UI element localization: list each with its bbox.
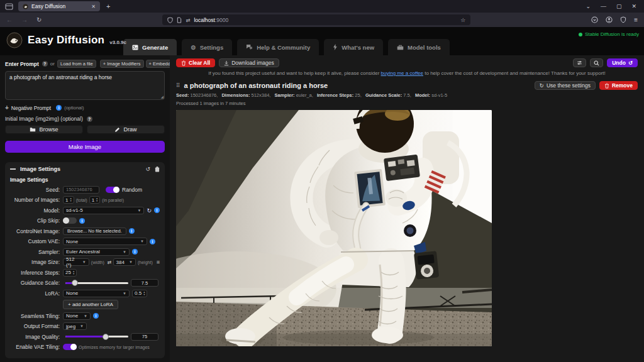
lora-weight-stepper[interactable]: 0.5▴▾: [132, 290, 147, 297]
buy-coffee-link[interactable]: buying me a coffee: [381, 70, 423, 76]
height-select[interactable]: 384▼: [113, 258, 136, 266]
undo-button[interactable]: Undo ↺: [607, 58, 638, 67]
badge-icon[interactable]: [591, 16, 598, 23]
vae-tiling-toggle[interactable]: [63, 344, 77, 350]
seed-input[interactable]: [63, 186, 99, 194]
model-select[interactable]: sd-v1-5▼: [63, 207, 144, 214]
shield-icon[interactable]: [167, 17, 173, 23]
slider-handle[interactable]: [103, 334, 109, 340]
account-icon[interactable]: [606, 16, 613, 23]
list-tabs-icon[interactable]: ⌄: [586, 3, 591, 9]
guidance-scale-row: Guidance Scale: 7.5: [10, 279, 160, 287]
vae-tiling-label: Enable VAE Tiling:: [10, 344, 63, 350]
browse-button[interactable]: Browse: [5, 125, 83, 134]
extensions-icon[interactable]: [620, 16, 626, 23]
slider-handle[interactable]: [72, 280, 78, 286]
negative-prompt-label[interactable]: Negative Prompt: [11, 105, 51, 111]
draw-button[interactable]: Draw: [87, 125, 165, 134]
tab-generate[interactable]: Generate: [123, 39, 177, 55]
app-tabs: Generate ⚙ Settings Help & Community Wha…: [123, 39, 450, 55]
menu-icon[interactable]: ≡: [634, 16, 638, 23]
initial-image-help-icon[interactable]: ?: [87, 116, 92, 122]
seamless-tiling-info-icon[interactable]: i: [93, 313, 99, 319]
refresh-models-icon[interactable]: ↻: [147, 207, 152, 214]
search-button[interactable]: [590, 58, 603, 67]
clipboard-icon[interactable]: [155, 167, 160, 172]
swap-dimensions-icon[interactable]: ⇄: [108, 260, 112, 265]
aspect-ratio-icon[interactable]: ≡: [157, 259, 160, 265]
image-quality-label: Image Quality:: [10, 334, 63, 340]
random-seed-toggle[interactable]: [106, 187, 119, 193]
tab-help-community[interactable]: Help & Community: [237, 39, 319, 55]
prompt-input[interactable]: a photograph of an astronaut riding a ho…: [5, 71, 165, 100]
width-select[interactable]: 512 (*)▼: [63, 258, 89, 266]
stepper-arrows-icon[interactable]: ▴▾: [143, 291, 145, 296]
expand-plus-icon[interactable]: +: [5, 104, 9, 111]
resize-grip-icon[interactable]: ◢: [160, 94, 164, 99]
stepper-arrows-icon[interactable]: ▴▾: [73, 270, 74, 275]
page-info-icon[interactable]: [177, 17, 182, 23]
image-quality-value[interactable]: 75: [131, 333, 158, 341]
image-settings-title: Image Settings: [20, 166, 60, 172]
controlnet-info-icon[interactable]: i: [129, 228, 135, 234]
add-lora-button[interactable]: + add another LoRA: [63, 300, 118, 309]
parallel-hint: (in parallel): [102, 198, 124, 202]
tab-whats-new[interactable]: What's new: [324, 39, 383, 55]
drag-handle-icon[interactable]: ⠿: [176, 82, 180, 89]
reuse-settings-icon: ↻: [540, 82, 544, 89]
output-format-select[interactable]: jpeg▼: [63, 322, 87, 330]
stepper-arrows-icon[interactable]: ▴▾: [70, 197, 71, 202]
clear-all-button[interactable]: Clear All: [176, 58, 215, 67]
seed-row: Seed: Random: [10, 186, 160, 194]
generated-image[interactable]: [176, 110, 492, 346]
meta-guidance-value: 7.5,: [403, 92, 411, 98]
guidance-scale-value[interactable]: 7.5: [131, 279, 158, 287]
bookmark-star-icon[interactable]: ☆: [460, 17, 465, 23]
use-these-settings-button[interactable]: ↻ Use these settings: [535, 81, 596, 90]
make-image-button[interactable]: Make Image: [5, 141, 165, 153]
prompt-help-icon[interactable]: ?: [42, 61, 48, 67]
inference-steps-stepper[interactable]: 25▴▾: [63, 269, 77, 277]
guidance-scale-slider[interactable]: [65, 282, 128, 284]
new-tab-button[interactable]: +: [106, 3, 110, 10]
custom-vae-info-icon[interactable]: i: [150, 239, 155, 244]
maximize-button[interactable]: ▢: [616, 3, 622, 9]
forward-icon[interactable]: →: [21, 16, 28, 23]
tab-model-tools[interactable]: Model tools: [388, 39, 450, 55]
image-modifiers-button[interactable]: + Image Modifiers: [100, 60, 144, 68]
close-button[interactable]: ✕: [631, 3, 636, 9]
filter-button[interactable]: [573, 58, 586, 67]
stepper-arrows-icon[interactable]: ▴▾: [96, 197, 97, 202]
tab-settings[interactable]: ⚙ Settings: [182, 39, 232, 55]
reset-settings-icon[interactable]: ↺: [145, 167, 150, 172]
lora-select[interactable]: None▼: [63, 290, 130, 297]
seamless-tiling-select[interactable]: None▼: [63, 312, 91, 320]
minimize-button[interactable]: —: [601, 3, 606, 9]
load-from-file-button[interactable]: Load from a file: [57, 60, 96, 68]
back-icon[interactable]: ←: [6, 16, 13, 23]
clip-skip-info-icon[interactable]: i: [79, 218, 85, 224]
collapse-icon[interactable]: [10, 168, 16, 170]
clip-skip-toggle[interactable]: [63, 217, 77, 224]
firefox-view-icon[interactable]: [5, 3, 13, 10]
swap-arrows-icon[interactable]: ⇄: [186, 17, 190, 23]
image-quality-slider[interactable]: [65, 336, 128, 337]
num-images-total-stepper[interactable]: 1▴▾: [63, 196, 74, 204]
browser-tab[interactable]: Easy Diffusion ✕: [18, 1, 100, 11]
model-info-icon[interactable]: i: [154, 207, 160, 213]
download-images-button[interactable]: Download images: [219, 58, 279, 67]
negative-prompt-info-icon[interactable]: i: [56, 105, 62, 111]
sampler-select[interactable]: Euler Ancestral▼: [63, 248, 130, 256]
num-images-label: Number of Images:: [10, 197, 63, 203]
num-images-parallel-stepper[interactable]: 1▴▾: [89, 196, 101, 204]
remove-task-button[interactable]: Remove: [599, 81, 638, 90]
url-bar[interactable]: ⇄ localhost:9000 ☆: [162, 14, 470, 25]
custom-vae-select[interactable]: None▼: [63, 238, 147, 245]
tab-close-icon[interactable]: ✕: [91, 4, 96, 9]
vae-tiling-hint: Optimizes memory for larger images: [79, 345, 150, 349]
reload-icon[interactable]: ↻: [36, 16, 42, 23]
controlnet-file-button[interactable]: Browse... No file selected.: [63, 228, 126, 235]
prompt-label: Enter Prompt: [5, 61, 39, 67]
embedding-button[interactable]: + Embedding: [146, 60, 170, 68]
sampler-info-icon[interactable]: i: [132, 249, 138, 255]
